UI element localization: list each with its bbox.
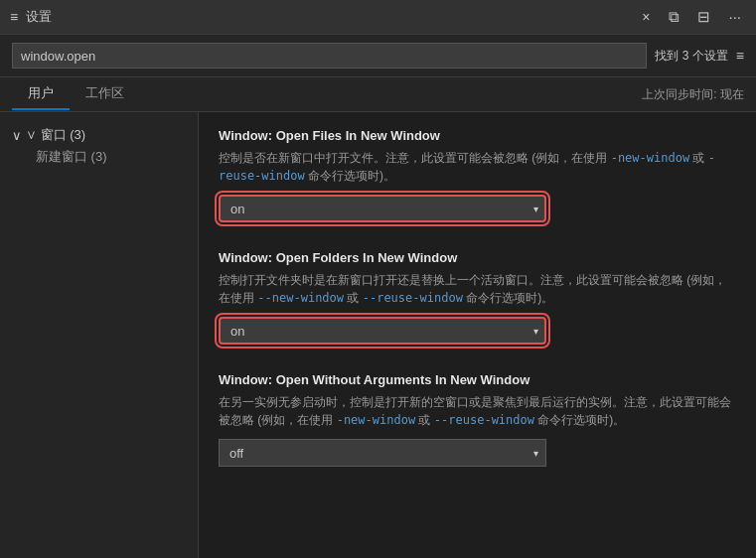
- setting-open-folders: Window: Open Folders In New Window 控制打开文…: [219, 250, 736, 345]
- sidebar: ∨ ∨ 窗口 (3) 新建窗口 (3): [0, 112, 199, 558]
- highlight-reuse-window-3: --reuse-window: [434, 413, 534, 427]
- setting-open-without-args-title: Window: Open Without Arguments In New Wi…: [219, 372, 736, 387]
- setting-open-files-desc: 控制是否在新窗口中打开文件。注意，此设置可能会被忽略 (例如，在使用 -new-…: [219, 149, 736, 185]
- more-icon[interactable]: ···: [723, 6, 746, 28]
- sidebar-group: ∨ ∨ 窗口 (3) 新建窗口 (3): [0, 120, 198, 172]
- chevron-down-icon: ∨: [12, 128, 22, 143]
- main: ∨ ∨ 窗口 (3) 新建窗口 (3) Window: Open Files I…: [0, 112, 756, 558]
- settings-content: Window: Open Files In New Window 控制是否在新窗…: [199, 112, 756, 558]
- filter-icon[interactable]: ≡: [736, 48, 744, 64]
- highlight-reuse-window-2: --reuse-window: [363, 291, 463, 305]
- open-without-args-dropdown-wrapper: on off default ▾: [219, 439, 546, 467]
- sidebar-item-new-window[interactable]: 新建窗口 (3): [8, 146, 190, 168]
- settings-icon: ≡: [10, 9, 18, 25]
- open-files-dropdown[interactable]: on off default: [219, 195, 546, 222]
- highlight-new-window-1: -new-window: [611, 151, 689, 165]
- tab-workspace[interactable]: 工作区: [70, 78, 140, 110]
- open-without-args-dropdown[interactable]: on off default: [219, 439, 546, 467]
- setting-open-files: Window: Open Files In New Window 控制是否在新窗…: [219, 128, 736, 222]
- setting-open-without-args: Window: Open Without Arguments In New Wi…: [219, 372, 736, 467]
- tab-user[interactable]: 用户: [12, 78, 70, 110]
- searchbar: 找到 3 个设置 ≡: [0, 35, 756, 77]
- open-files-dropdown-wrapper: on off default ▾: [219, 195, 546, 222]
- setting-open-folders-desc: 控制打开文件夹时是在新窗口打开还是替换上一个活动窗口。注意，此设置可能会被忽略 …: [219, 271, 736, 307]
- titlebar-actions: ⧉ ⊟ ···: [664, 6, 746, 28]
- sync-time: 上次同步时间: 现在: [642, 86, 744, 103]
- split-icon[interactable]: ⊟: [692, 6, 715, 28]
- setting-open-without-args-desc: 在另一实例无参启动时，控制是打开新的空窗口或是聚焦到最后运行的实例。注意，此设置…: [219, 393, 736, 429]
- sidebar-group-header[interactable]: ∨ ∨ 窗口 (3): [8, 124, 190, 146]
- tabs-left: 用户 工作区: [12, 78, 140, 110]
- setting-open-folders-title: Window: Open Folders In New Window: [219, 250, 736, 265]
- search-input[interactable]: [12, 43, 647, 69]
- copy-icon[interactable]: ⧉: [664, 6, 684, 28]
- open-folders-dropdown-wrapper: on off default ▾: [219, 317, 546, 345]
- search-result-count: 找到 3 个设置: [655, 48, 727, 65]
- close-button[interactable]: ×: [636, 7, 656, 27]
- highlight-new-window-3: -new-window: [337, 413, 415, 427]
- highlight-new-window-2: --new-window: [257, 291, 344, 305]
- setting-open-files-title: Window: Open Files In New Window: [219, 128, 736, 143]
- sidebar-group-label: ∨ 窗口 (3): [26, 126, 85, 144]
- titlebar: ≡ 设置 × ⧉ ⊟ ···: [0, 0, 756, 35]
- open-folders-dropdown[interactable]: on off default: [219, 317, 546, 345]
- titlebar-title: 设置: [26, 8, 628, 26]
- tabs-bar: 用户 工作区 上次同步时间: 现在: [0, 77, 756, 112]
